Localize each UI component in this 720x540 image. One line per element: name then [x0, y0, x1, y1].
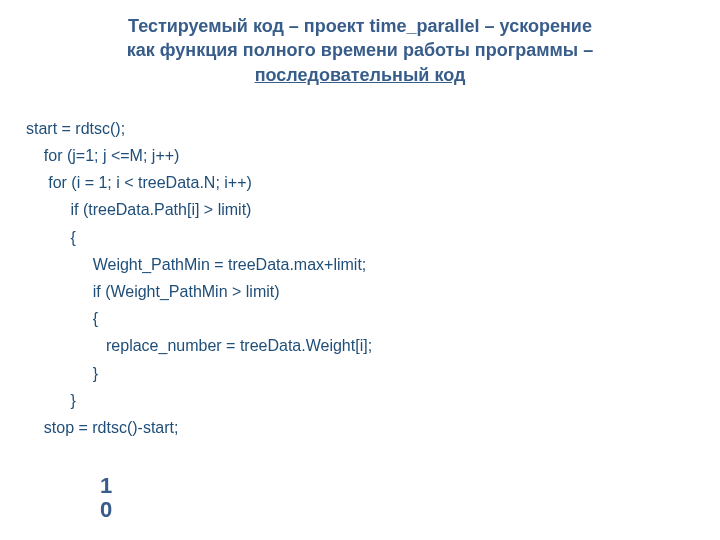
title-line-1: Тестируемый код – проект time_parallel –…	[128, 16, 592, 36]
page-number: 10	[96, 474, 116, 522]
code-line: {	[26, 310, 98, 327]
slide: Тестируемый код – проект time_parallel –…	[0, 0, 720, 540]
code-line: }	[26, 365, 98, 382]
code-line: {	[26, 229, 76, 246]
code-line: if (treeData.Path[i] > limit)	[26, 201, 251, 218]
title-line-2: как функция полного времени работы прогр…	[127, 40, 593, 60]
code-line: stop = rdtsc()-start;	[26, 419, 178, 436]
code-block: start = rdtsc(); for (j=1; j <=M; j++) f…	[0, 87, 720, 441]
code-line: for (j=1; j <=M; j++)	[26, 147, 179, 164]
code-line: if (Weight_PathMin > limit)	[26, 283, 280, 300]
code-line: start = rdtsc();	[26, 120, 125, 137]
code-line: }	[26, 392, 76, 409]
code-line: for (i = 1; i < treeData.N; i++)	[26, 174, 252, 191]
code-line: replace_number = treeData.Weight[i];	[26, 337, 372, 354]
slide-title: Тестируемый код – проект time_parallel –…	[0, 0, 720, 87]
title-line-3: последовательный код	[255, 65, 466, 85]
code-line: Weight_PathMin = treeData.max+limit;	[26, 256, 366, 273]
